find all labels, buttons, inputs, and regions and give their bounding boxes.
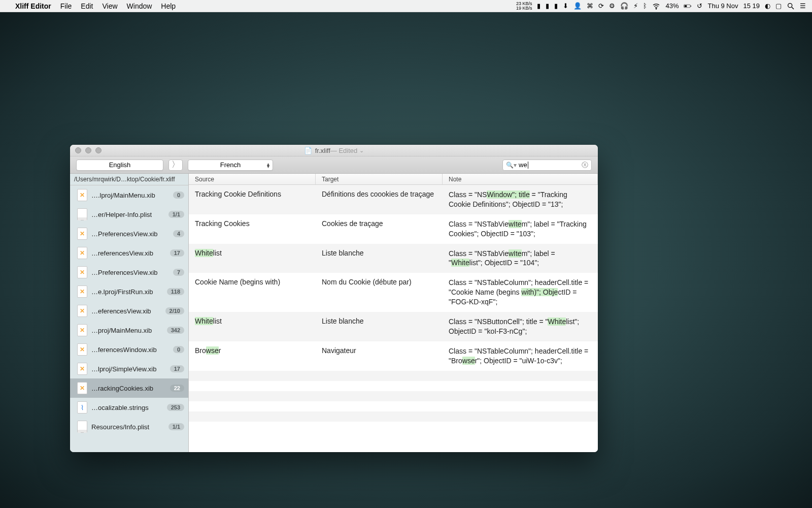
- note-cell[interactable]: Class = "NSTableColumn"; headerCell.titl…: [443, 278, 598, 307]
- headphones-icon[interactable]: 🎧: [620, 2, 628, 10]
- source-language-button[interactable]: English: [76, 160, 163, 171]
- sidebar-file-item[interactable]: …lproj/SimpleView.xib17: [70, 359, 188, 378]
- select-arrows-icon: ▴▾: [267, 163, 269, 168]
- source-cell[interactable]: Tracking Cookies: [189, 219, 316, 239]
- table-row[interactable]: WhitelistListe blancheClass = "NSTabView…: [189, 244, 598, 273]
- cpu-meter-icon[interactable]: ▮: [537, 2, 540, 10]
- next-file-button[interactable]: 〉: [168, 160, 183, 171]
- window-close-button[interactable]: [75, 147, 81, 153]
- sidebar-file-item[interactable]: …proj/MainMenu.xib342: [70, 321, 188, 340]
- plist-file-icon: [77, 421, 87, 433]
- app-name[interactable]: Xliff Editor: [15, 2, 51, 10]
- menu-window[interactable]: Window: [127, 2, 152, 10]
- menu-view[interactable]: View: [102, 2, 117, 10]
- disk-meter-icon[interactable]: ▮: [554, 2, 558, 10]
- table-body: Tracking Cookie DefinitionsDéfinitions d…: [189, 185, 598, 452]
- source-cell[interactable]: Whitelist: [189, 317, 316, 336]
- xib-file-icon: [77, 189, 87, 201]
- target-cell[interactable]: Navigateur: [316, 346, 443, 366]
- file-name-label: …referencesView.xib: [91, 249, 166, 257]
- table-row[interactable]: BrowserNavigateurClass = "NSTableColumn"…: [189, 341, 598, 371]
- sidebar-file-item[interactable]: …er/Helper-Info.plist1/1: [70, 205, 188, 224]
- title-dropdown-icon[interactable]: ⌄: [359, 147, 364, 154]
- note-cell[interactable]: Class = "NSTabViewItem"; label = "Tracki…: [443, 219, 598, 239]
- file-count-badge: 17: [170, 249, 184, 257]
- sidebar-file-item[interactable]: …referencesView.xib17: [70, 243, 188, 263]
- sync-icon[interactable]: ⟳: [598, 2, 604, 10]
- airdrop-icon[interactable]: ⌘: [587, 2, 593, 10]
- timemachine-icon[interactable]: ↺: [697, 2, 702, 10]
- target-language-select[interactable]: French ▴▾: [188, 160, 273, 171]
- user-icon[interactable]: 👤: [573, 2, 582, 10]
- sidebar-file-item[interactable]: Resources/Info.plist1/1: [70, 417, 188, 436]
- col-note[interactable]: Note: [443, 174, 598, 184]
- settings-gear-icon[interactable]: ⚙︎: [609, 2, 615, 10]
- sidebar-file-item[interactable]: …ferencesWindow.xib0: [70, 340, 188, 359]
- col-target[interactable]: Target: [316, 174, 443, 184]
- menubar-date[interactable]: Thu 9 Nov: [707, 2, 738, 10]
- target-cell[interactable]: Liste blanche: [316, 317, 443, 336]
- table-row[interactable]: WhitelistListe blancheClass = "NSButtonC…: [189, 312, 598, 341]
- target-cell[interactable]: Cookies de traçage: [316, 219, 443, 239]
- file-count-badge: 22: [170, 385, 184, 392]
- menubar-time[interactable]: 15 19: [743, 2, 760, 10]
- note-cell[interactable]: Class = "NSTableColumn"; headerCell.titl…: [443, 346, 598, 366]
- search-field[interactable]: 🔍▾ we ⓧ: [502, 160, 592, 171]
- target-cell[interactable]: Définitions des coookies de traçage: [316, 190, 443, 209]
- table-row-empty: [189, 422, 598, 432]
- source-cell[interactable]: Browser: [189, 346, 316, 366]
- file-count-badge: 253: [167, 404, 184, 411]
- note-cell[interactable]: Class = "NSWindow"; title = "Tracking Co…: [443, 190, 598, 209]
- svg-point-4: [788, 3, 792, 7]
- bluetooth-icon[interactable]: ᛒ: [643, 2, 647, 10]
- sidebar-file-item[interactable]: …e.lproj/FirstRun.xib118: [70, 282, 188, 301]
- bolt-icon[interactable]: ⚡︎: [633, 2, 638, 10]
- sidebar-file-item[interactable]: ….lproj/MainMenu.xib0: [70, 185, 188, 205]
- search-clear-button[interactable]: ⓧ: [582, 161, 588, 170]
- file-list: ….lproj/MainMenu.xib0…er/Helper-Info.pli…: [70, 185, 188, 452]
- download-icon[interactable]: ⬇︎: [563, 2, 568, 10]
- col-source[interactable]: Source: [189, 174, 316, 184]
- xib-file-icon: [77, 363, 87, 375]
- menu-file[interactable]: File: [60, 2, 72, 10]
- target-cell[interactable]: Liste blanche: [316, 249, 443, 268]
- window-minimize-button[interactable]: [85, 147, 91, 153]
- table-row-empty: [189, 381, 598, 391]
- table-row-empty: [189, 411, 598, 422]
- file-name-label: …PreferencesView.xib: [91, 230, 169, 238]
- sidebar-file-item[interactable]: …rackingCookies.xib22: [70, 378, 188, 398]
- sidebar-file-item[interactable]: …ocalizable.strings253: [70, 398, 188, 417]
- menu-edit[interactable]: Edit: [81, 2, 93, 10]
- source-cell[interactable]: Cookie Name (begins with): [189, 278, 316, 307]
- target-cell[interactable]: Nom du Cookie (débute par): [316, 278, 443, 307]
- window-zoom-button[interactable]: [95, 147, 101, 153]
- sidebar-file-item[interactable]: …eferencesView.xib2/10: [70, 301, 188, 321]
- menu-list-icon[interactable]: ☰: [800, 2, 806, 10]
- battery-percent: 43%: [665, 2, 679, 10]
- svg-rect-3: [685, 5, 687, 7]
- xib-file-icon: [77, 324, 87, 336]
- do-not-disturb-icon[interactable]: ◐: [765, 2, 770, 10]
- table-row[interactable]: Cookie Name (begins with)Nom du Cookie (…: [189, 273, 598, 312]
- file-name-label: …er/Helper-Info.plist: [91, 211, 164, 218]
- sidebar-file-item[interactable]: …PreferencesView.xib4: [70, 224, 188, 243]
- wifi-icon[interactable]: [652, 2, 660, 10]
- note-cell[interactable]: Class = "NSTabViewItem"; label = "Whitel…: [443, 249, 598, 268]
- battery-icon[interactable]: [684, 2, 692, 10]
- sidebar-file-item[interactable]: …PreferencesView.xib7: [70, 263, 188, 282]
- mem-meter-icon[interactable]: ▮: [546, 2, 549, 10]
- menu-help[interactable]: Help: [161, 2, 176, 10]
- source-cell[interactable]: Tracking Cookie Definitions: [189, 190, 316, 209]
- table-row-empty: [189, 391, 598, 401]
- file-sidebar: /Users/mrqwirk/D…ktop/Cookie/fr.xliff ….…: [70, 174, 189, 452]
- source-cell[interactable]: Whitelist: [189, 249, 316, 268]
- table-row[interactable]: Tracking CookiesCookies de traçageClass …: [189, 214, 598, 244]
- note-cell[interactable]: Class = "NSButtonCell"; title = "Whiteli…: [443, 317, 598, 336]
- editor-window: 📄 fr.xliff — Edited ⌄ English 〉 French ▴…: [70, 145, 598, 452]
- file-count-badge: 17: [170, 365, 184, 372]
- spotlight-icon[interactable]: [787, 2, 795, 10]
- table-row[interactable]: Tracking Cookie DefinitionsDéfinitions d…: [189, 185, 598, 214]
- document-proxy-icon[interactable]: 📄: [304, 147, 312, 154]
- xib-file-icon: [77, 285, 87, 298]
- airplay-icon[interactable]: ▢: [775, 2, 782, 10]
